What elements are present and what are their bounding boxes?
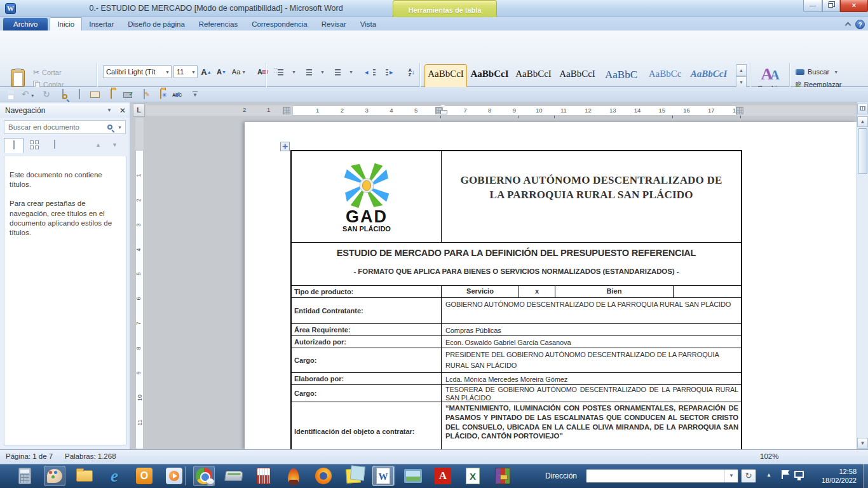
toolbar-overflow-icon[interactable]: ▼ <box>189 89 201 100</box>
address-input[interactable]: ▼ <box>586 469 738 483</box>
increase-indent-button[interactable]: ► <box>381 65 395 79</box>
table-move-handle[interactable]: ✛ <box>280 142 290 151</box>
restore-button[interactable] <box>822 0 840 12</box>
horizontal-ruler[interactable]: 2 1 123456789101112131415161718 <box>146 104 857 118</box>
document-page[interactable]: ✛ <box>245 122 857 449</box>
tab-archivo[interactable]: Archivo <box>3 18 48 31</box>
taskbar-word-icon[interactable]: W <box>372 466 394 486</box>
show-desktop-button[interactable] <box>863 464 868 488</box>
navigation-pane-header: Navegación ▼ ✕ <box>0 104 130 118</box>
minimize-button[interactable]: — <box>803 0 822 12</box>
taskbar-a-app-icon[interactable]: A <box>432 466 454 486</box>
clear-formatting-button[interactable]: A <box>255 65 270 78</box>
quick-print-icon[interactable]: ✓ <box>122 89 133 100</box>
scissors-icon: ✂ <box>33 68 39 77</box>
zoom-level[interactable]: 102% <box>760 452 778 460</box>
ribbon-tab[interactable]: Diseño de página <box>121 18 192 31</box>
browse-headings-tab[interactable] <box>4 138 24 153</box>
taskbar-internet-explorer-icon[interactable]: e <box>104 466 125 486</box>
decrease-indent-button[interactable]: ◄ <box>363 65 377 79</box>
styles-scroll-up[interactable]: ▲ <box>736 64 747 76</box>
taskbar-excel-icon[interactable]: X <box>462 466 484 486</box>
envelope-icon[interactable] <box>89 89 100 100</box>
page-indicator[interactable]: Página: 1 de 7 <box>6 452 53 460</box>
browse-pages-tab[interactable] <box>24 138 44 153</box>
shrink-font-button[interactable]: A▼ <box>215 65 228 78</box>
ribbon-tab[interactable]: Referencias <box>192 18 245 31</box>
ruler-toggle-button[interactable] <box>857 104 868 114</box>
document-subtitle: - FORMATO QUE APLICA PARA BIENES O SERVI… <box>292 268 741 281</box>
taskbar-calculator-icon[interactable] <box>14 466 36 486</box>
taskbar-chrome-icon[interactable] <box>193 466 215 486</box>
change-case-button[interactable]: Aa▼ <box>230 65 248 78</box>
taskbar-shredder-icon[interactable] <box>253 466 275 486</box>
search-icon[interactable] <box>107 125 112 130</box>
document-search-input[interactable]: Buscar en documento ▼ <box>4 120 126 134</box>
document-table[interactable]: GAD SAN PLÁCIDO GOBIERNO AUTÓNOMO DESCEN… <box>290 150 742 461</box>
ribbon-tab[interactable]: Insertar <box>82 18 121 31</box>
right-margin-grid-icon[interactable] <box>736 107 743 114</box>
word-count[interactable]: Palabras: 1.268 <box>65 452 116 460</box>
ribbon: Pegar ▼ ✂Cortar Copiar Copiar formato Po… <box>0 30 868 87</box>
navigation-menu-arrow[interactable]: ▼ <box>107 104 112 118</box>
browse-results-tab[interactable] <box>44 138 64 153</box>
table-row: Cargo:PRESIDENTE DEL GOBIERNO AUTÓNOMO D… <box>292 348 741 372</box>
taskbar-firefox-icon[interactable] <box>313 466 334 486</box>
taskbar-outlook-icon[interactable]: O <box>133 466 155 486</box>
print-preview-icon[interactable] <box>57 89 69 100</box>
taskbar-explorer-icon[interactable] <box>74 466 95 486</box>
search-placeholder: Buscar en documento <box>8 123 79 131</box>
navigation-close-icon[interactable]: ✕ <box>119 104 126 118</box>
taskbar-media-player-icon[interactable] <box>163 466 185 486</box>
search-options-arrow[interactable]: ▼ <box>118 125 122 130</box>
close-button[interactable]: × <box>840 0 868 12</box>
vertical-ruler[interactable]: 1234567891011 <box>134 118 145 449</box>
undo-icon[interactable]: ↶▼ <box>22 89 33 100</box>
ribbon-tab[interactable]: Inicio <box>50 17 82 30</box>
font-family-combo[interactable]: Calibri Light (Tít▼ <box>103 65 172 78</box>
address-go-button[interactable]: ↻ <box>741 469 756 483</box>
numbering-button[interactable] <box>301 65 315 79</box>
product-type-bien: Bien <box>555 286 674 297</box>
ribbon-tab[interactable]: Vista <box>353 18 383 31</box>
address-dropdown-arrow[interactable]: ▼ <box>724 470 738 482</box>
font-size-combo[interactable]: 11▼ <box>173 65 198 78</box>
taskbar-photo-viewer-icon[interactable] <box>402 466 424 486</box>
tab-selector-button[interactable]: L <box>133 104 145 117</box>
indent-marker[interactable] <box>440 105 446 114</box>
scrollbar-thumb[interactable] <box>858 128 867 174</box>
table-row: Área Requirente:Compras Públicas <box>292 323 741 336</box>
find-button[interactable]: Buscar▼ <box>796 65 847 78</box>
previous-heading-arrow[interactable]: ▲ <box>95 142 101 148</box>
document-main-title: ESTUDIO DE MERCADO PARA LA DEFINICIÓN DE… <box>292 243 741 258</box>
scroll-up-arrow[interactable]: ▲ <box>857 116 868 127</box>
multilevel-list-button[interactable] <box>329 65 343 79</box>
minimize-ribbon-icon[interactable] <box>843 20 853 29</box>
taskbar-sticky-notes-icon[interactable] <box>342 466 364 486</box>
grow-font-button[interactable]: A▲ <box>200 65 213 78</box>
taskbar-winrar-icon[interactable] <box>492 466 513 486</box>
action-center-flag-icon[interactable] <box>782 470 783 479</box>
taskbar-clock[interactable]: 12:58 18/02/2022 <box>815 467 857 485</box>
left-margin-grid-icon[interactable] <box>283 107 290 114</box>
redo-icon[interactable]: ↻ <box>41 89 52 100</box>
open-folder-icon[interactable] <box>105 89 117 100</box>
edit-table-icon[interactable]: ✎ <box>139 89 150 100</box>
help-icon[interactable]: ? <box>855 20 865 29</box>
binoculars-icon <box>796 69 804 75</box>
taskbar-scanner-icon[interactable] <box>223 466 245 486</box>
sort-button[interactable]: AZ↓ <box>405 65 419 79</box>
taskbar-paint-icon[interactable] <box>44 466 65 486</box>
tray-show-hidden-icons-arrow[interactable]: ▲ <box>766 472 771 478</box>
scroll-down-arrow[interactable]: ▼ <box>857 438 868 449</box>
next-heading-arrow[interactable]: ▼ <box>112 142 118 148</box>
new-document-icon[interactable] <box>74 89 85 100</box>
network-icon[interactable] <box>794 471 804 478</box>
cut-button[interactable]: ✂Cortar <box>33 66 90 78</box>
taskbar-burn-icon[interactable] <box>283 466 304 486</box>
bullets-button[interactable] <box>272 65 286 79</box>
ribbon-tab[interactable]: Revisar <box>315 18 353 31</box>
folder-options-icon[interactable]: ✳ <box>155 89 166 100</box>
spelling-icon[interactable]: ABC✓ <box>172 89 183 100</box>
ribbon-tab[interactable]: Correspondencia <box>245 18 315 31</box>
